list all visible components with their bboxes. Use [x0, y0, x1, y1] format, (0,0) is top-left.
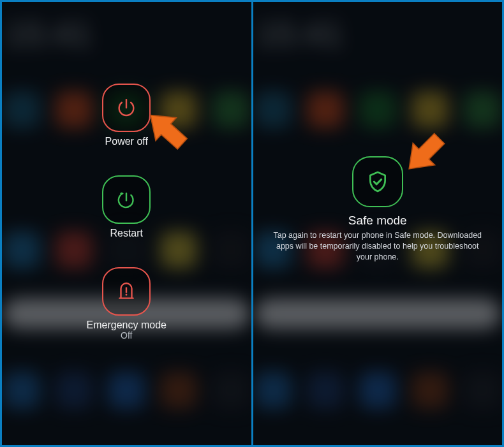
power-off-icon — [102, 84, 151, 132]
power-off-label: Power off — [105, 136, 148, 147]
power-menu-screenshot: 15:41 — [2, 2, 251, 445]
svg-point-0 — [126, 294, 128, 296]
emergency-icon — [102, 267, 151, 316]
power-off-option[interactable]: Power off — [2, 84, 251, 147]
tutorial-two-up: 15:41 — [0, 0, 504, 447]
emergency-label: Emergency mode — [87, 319, 167, 331]
safe-mode-option[interactable] — [352, 156, 403, 207]
emergency-mode-option[interactable]: Emergency mode Off — [2, 267, 251, 341]
safe-mode-description: Tap again to restart your phone in Safe … — [271, 230, 485, 263]
restart-icon — [102, 175, 151, 224]
shield-check-icon — [365, 169, 390, 194]
safe-mode-block: Safe mode Tap again to restart your phon… — [253, 156, 503, 263]
restart-option[interactable]: Restart — [2, 175, 251, 239]
restart-label: Restart — [110, 228, 143, 239]
emergency-state: Off — [121, 330, 132, 341]
safe-mode-screenshot: 15:41 — [253, 2, 503, 445]
power-menu: Power off Restart — [2, 2, 251, 445]
safe-mode-title: Safe mode — [348, 214, 407, 228]
